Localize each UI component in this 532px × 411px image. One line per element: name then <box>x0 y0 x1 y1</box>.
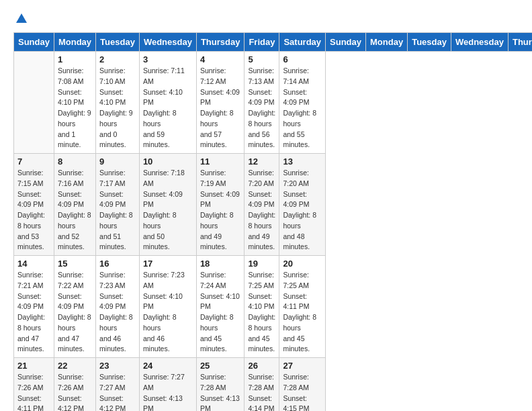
day-info: Sunrise: 7:28 AM Sunset: 4:13 PM Dayligh… <box>200 372 241 411</box>
calendar-cell: 3Sunrise: 7:11 AM Sunset: 4:10 PM Daylig… <box>139 52 196 154</box>
day-info: Sunrise: 7:17 AM Sunset: 4:09 PM Dayligh… <box>99 168 136 253</box>
col-header-monday: Monday <box>54 33 95 52</box>
col-header-thursday: Thursday <box>196 33 245 52</box>
day-number: 27 <box>283 361 322 371</box>
calendar-cell: 7Sunrise: 7:15 AM Sunset: 4:09 PM Daylig… <box>14 154 54 256</box>
day-number: 26 <box>248 361 275 371</box>
day-info: Sunrise: 7:28 AM Sunset: 4:15 PM Dayligh… <box>283 372 322 411</box>
calendar-cell: 8Sunrise: 7:16 AM Sunset: 4:09 PM Daylig… <box>54 154 95 256</box>
day-info: Sunrise: 7:21 AM Sunset: 4:09 PM Dayligh… <box>17 270 50 355</box>
day-info: Sunrise: 7:27 AM Sunset: 4:12 PM Dayligh… <box>99 372 136 411</box>
calendar-cell: 9Sunrise: 7:17 AM Sunset: 4:09 PM Daylig… <box>96 154 140 256</box>
day-number: 6 <box>283 54 322 64</box>
day-info: Sunrise: 7:13 AM Sunset: 4:09 PM Dayligh… <box>248 66 275 150</box>
calendar-cell: 4Sunrise: 7:12 AM Sunset: 4:09 PM Daylig… <box>196 52 245 154</box>
day-number: 18 <box>200 259 241 269</box>
calendar-cell: 18Sunrise: 7:24 AM Sunset: 4:10 PM Dayli… <box>196 256 245 358</box>
day-info: Sunrise: 7:12 AM Sunset: 4:09 PM Dayligh… <box>200 66 241 150</box>
day-number: 24 <box>143 361 193 371</box>
day-info: Sunrise: 7:14 AM Sunset: 4:09 PM Dayligh… <box>283 66 322 150</box>
day-info: Sunrise: 7:15 AM Sunset: 4:09 PM Dayligh… <box>17 168 50 253</box>
day-number: 7 <box>17 156 50 167</box>
day-number: 12 <box>248 156 275 167</box>
col-header-tuesday: Tuesday <box>408 33 451 52</box>
day-number: 25 <box>200 361 241 371</box>
calendar-cell: 16Sunrise: 7:23 AM Sunset: 4:09 PM Dayli… <box>96 256 140 358</box>
day-number: 2 <box>99 54 136 64</box>
calendar-cell: 2Sunrise: 7:10 AM Sunset: 4:10 PM Daylig… <box>96 52 140 154</box>
day-number: 13 <box>283 156 322 167</box>
calendar-cell: 11Sunrise: 7:19 AM Sunset: 4:09 PM Dayli… <box>196 154 245 256</box>
col-header-monday: Monday <box>366 33 408 52</box>
day-info: Sunrise: 7:26 AM Sunset: 4:11 PM Dayligh… <box>17 372 50 411</box>
col-header-thursday: Thursday <box>508 33 532 52</box>
day-number: 5 <box>248 54 275 64</box>
calendar-week-row: 21Sunrise: 7:26 AM Sunset: 4:11 PM Dayli… <box>14 358 533 412</box>
calendar-cell: 25Sunrise: 7:28 AM Sunset: 4:13 PM Dayli… <box>196 358 245 412</box>
calendar-cell: 14Sunrise: 7:21 AM Sunset: 4:09 PM Dayli… <box>14 256 54 358</box>
day-info: Sunrise: 7:10 AM Sunset: 4:10 PM Dayligh… <box>99 66 136 150</box>
day-number: 3 <box>143 54 193 64</box>
calendar-cell: 22Sunrise: 7:26 AM Sunset: 4:12 PM Dayli… <box>54 358 95 412</box>
day-number: 22 <box>58 361 92 371</box>
calendar-cell: 15Sunrise: 7:22 AM Sunset: 4:09 PM Dayli… <box>54 256 95 358</box>
day-info: Sunrise: 7:27 AM Sunset: 4:13 PM Dayligh… <box>143 372 193 411</box>
calendar-week-row: 7Sunrise: 7:15 AM Sunset: 4:09 PM Daylig… <box>14 154 533 256</box>
col-header-sunday: Sunday <box>14 33 54 52</box>
calendar-cell: 5Sunrise: 7:13 AM Sunset: 4:09 PM Daylig… <box>245 52 279 154</box>
col-header-wednesday: Wednesday <box>451 33 508 52</box>
day-info: Sunrise: 7:11 AM Sunset: 4:10 PM Dayligh… <box>143 66 193 150</box>
col-header-saturday: Saturday <box>279 33 326 52</box>
logo-icon <box>15 12 28 26</box>
day-number: 8 <box>58 156 92 167</box>
calendar-cell: 6Sunrise: 7:14 AM Sunset: 4:09 PM Daylig… <box>279 52 326 154</box>
logo <box>13 13 28 26</box>
calendar-table: SundayMondayTuesdayWednesdayThursdayFrid… <box>13 32 532 411</box>
col-header-sunday: Sunday <box>326 33 366 52</box>
col-header-tuesday: Tuesday <box>96 33 140 52</box>
calendar-week-row: 14Sunrise: 7:21 AM Sunset: 4:09 PM Dayli… <box>14 256 533 358</box>
day-info: Sunrise: 7:26 AM Sunset: 4:12 PM Dayligh… <box>58 372 92 411</box>
day-number: 21 <box>17 361 50 371</box>
calendar-cell: 21Sunrise: 7:26 AM Sunset: 4:11 PM Dayli… <box>14 358 54 412</box>
day-info: Sunrise: 7:25 AM Sunset: 4:10 PM Dayligh… <box>248 270 275 355</box>
day-number: 4 <box>200 54 241 64</box>
day-number: 1 <box>58 54 92 64</box>
calendar-week-row: 1Sunrise: 7:08 AM Sunset: 4:10 PM Daylig… <box>14 52 533 154</box>
day-info: Sunrise: 7:28 AM Sunset: 4:14 PM Dayligh… <box>248 372 275 411</box>
header <box>13 13 519 26</box>
day-info: Sunrise: 7:20 AM Sunset: 4:09 PM Dayligh… <box>283 168 322 253</box>
calendar-cell: 24Sunrise: 7:27 AM Sunset: 4:13 PM Dayli… <box>139 358 196 412</box>
calendar-cell: 13Sunrise: 7:20 AM Sunset: 4:09 PM Dayli… <box>279 154 326 256</box>
calendar-cell: 17Sunrise: 7:23 AM Sunset: 4:10 PM Dayli… <box>139 256 196 358</box>
day-info: Sunrise: 7:20 AM Sunset: 4:09 PM Dayligh… <box>248 168 275 253</box>
day-info: Sunrise: 7:22 AM Sunset: 4:09 PM Dayligh… <box>58 270 92 355</box>
day-info: Sunrise: 7:25 AM Sunset: 4:11 PM Dayligh… <box>283 270 322 355</box>
calendar-cell: 1Sunrise: 7:08 AM Sunset: 4:10 PM Daylig… <box>54 52 95 154</box>
day-number: 10 <box>143 156 193 167</box>
day-info: Sunrise: 7:24 AM Sunset: 4:10 PM Dayligh… <box>200 270 241 355</box>
day-info: Sunrise: 7:08 AM Sunset: 4:10 PM Dayligh… <box>58 66 92 150</box>
day-info: Sunrise: 7:16 AM Sunset: 4:09 PM Dayligh… <box>58 168 92 253</box>
calendar-cell: 23Sunrise: 7:27 AM Sunset: 4:12 PM Dayli… <box>96 358 140 412</box>
calendar-cell: 19Sunrise: 7:25 AM Sunset: 4:10 PM Dayli… <box>245 256 279 358</box>
day-number: 17 <box>143 259 193 269</box>
calendar-cell: 20Sunrise: 7:25 AM Sunset: 4:11 PM Dayli… <box>279 256 326 358</box>
calendar-cell: 27Sunrise: 7:28 AM Sunset: 4:15 PM Dayli… <box>279 358 326 412</box>
svg-marker-0 <box>16 13 27 23</box>
day-number: 11 <box>200 156 241 167</box>
day-number: 9 <box>99 156 136 167</box>
day-number: 16 <box>99 259 136 269</box>
calendar-cell: 10Sunrise: 7:18 AM Sunset: 4:09 PM Dayli… <box>139 154 196 256</box>
day-info: Sunrise: 7:23 AM Sunset: 4:09 PM Dayligh… <box>99 270 136 355</box>
calendar-cell: 12Sunrise: 7:20 AM Sunset: 4:09 PM Dayli… <box>245 154 279 256</box>
day-info: Sunrise: 7:23 AM Sunset: 4:10 PM Dayligh… <box>143 270 193 355</box>
day-number: 19 <box>248 259 275 269</box>
calendar-header-row: SundayMondayTuesdayWednesdayThursdayFrid… <box>14 33 533 52</box>
col-header-wednesday: Wednesday <box>139 33 196 52</box>
day-number: 23 <box>99 361 136 371</box>
day-info: Sunrise: 7:18 AM Sunset: 4:09 PM Dayligh… <box>143 168 193 253</box>
col-header-friday: Friday <box>245 33 279 52</box>
calendar-cell: 26Sunrise: 7:28 AM Sunset: 4:14 PM Dayli… <box>245 358 279 412</box>
calendar-cell <box>14 52 54 154</box>
